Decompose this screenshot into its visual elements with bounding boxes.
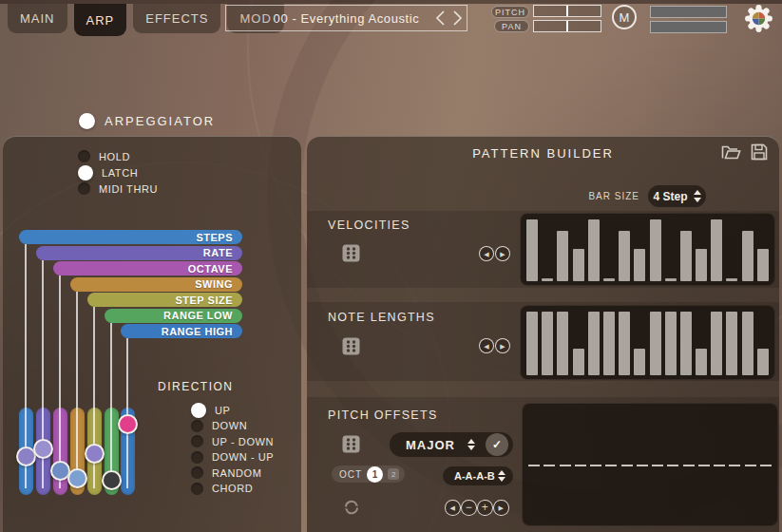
- oct-option-2[interactable]: 2: [388, 468, 399, 480]
- pitch-offset-step[interactable]: [575, 465, 586, 467]
- toggle-hold[interactable]: HOLD: [78, 148, 130, 164]
- velocities-step-graph[interactable]: [521, 214, 774, 285]
- pitch-offsets-randomize-dice-icon[interactable]: [342, 435, 360, 453]
- param-slider-thumb-rate[interactable]: [33, 439, 53, 459]
- note-lengths-randomize-dice-icon[interactable]: [342, 337, 360, 355]
- tab-effects[interactable]: EFFECTS: [133, 4, 220, 33]
- mute-button[interactable]: M: [612, 5, 637, 29]
- pitch-offsets-step-graph[interactable]: [523, 404, 777, 525]
- note-length-step[interactable]: [742, 312, 753, 375]
- pitch-offset-step[interactable]: [605, 465, 617, 467]
- pitch-offset-step[interactable]: [760, 465, 772, 467]
- pitch-offset-step[interactable]: [590, 465, 601, 467]
- velocity-step[interactable]: [603, 278, 615, 281]
- pitch-offset-step[interactable]: [729, 465, 740, 467]
- direction-option-down[interactable]: DOWN: [191, 418, 247, 434]
- velocity-step[interactable]: [650, 219, 661, 281]
- velocity-step[interactable]: [665, 278, 677, 281]
- note-length-step[interactable]: [665, 312, 677, 375]
- param-slider-thumb-range-low[interactable]: [102, 470, 122, 490]
- note-length-step[interactable]: [680, 312, 692, 375]
- velocity-step[interactable]: [619, 231, 630, 281]
- pitch-offset-step[interactable]: [621, 465, 633, 467]
- velocity-step[interactable]: [557, 231, 568, 281]
- velocity-step[interactable]: [726, 278, 737, 281]
- direction-radio-random[interactable]: [191, 466, 203, 479]
- direction-radio-down[interactable]: [191, 420, 203, 432]
- velocities-shift-left-button[interactable]: ◀: [479, 246, 494, 261]
- note-length-step[interactable]: [711, 312, 722, 375]
- velocity-step[interactable]: [696, 249, 707, 281]
- note-length-step[interactable]: [726, 312, 737, 375]
- pitch-offset-step[interactable]: [745, 465, 756, 467]
- reset-refresh-icon[interactable]: [343, 499, 360, 516]
- direction-radio-up[interactable]: [191, 403, 206, 418]
- pan-slider[interactable]: [533, 20, 601, 32]
- param-slider-thumb-range-high[interactable]: [118, 414, 138, 434]
- note-length-step[interactable]: [696, 349, 707, 375]
- note-length-step[interactable]: [573, 349, 584, 375]
- toggle-circle-midi-thru[interactable]: [78, 182, 90, 195]
- octave-selector[interactable]: OCT 1 2: [332, 466, 405, 483]
- pitch-increment-button[interactable]: +: [477, 500, 493, 516]
- note-length-step[interactable]: [634, 349, 645, 375]
- preset-selector[interactable]: 00 - Everything Acoustic: [225, 5, 467, 31]
- direction-radio-chord[interactable]: [191, 483, 203, 495]
- velocity-step[interactable]: [526, 219, 538, 281]
- note-length-step[interactable]: [557, 312, 568, 375]
- param-slider-thumb-swing[interactable]: [67, 468, 87, 488]
- toggle-circle-hold[interactable]: [78, 150, 90, 162]
- toggle-circle-latch[interactable]: [78, 165, 93, 180]
- note-lengths-shift-left-button[interactable]: ◀: [479, 338, 494, 353]
- velocity-step[interactable]: [711, 219, 722, 281]
- note-length-step[interactable]: [588, 312, 600, 375]
- direction-radio-down-up[interactable]: [191, 451, 203, 464]
- pitch-offset-step[interactable]: [560, 465, 571, 467]
- pitch-offset-step[interactable]: [683, 465, 695, 467]
- tab-main[interactable]: MAIN: [8, 4, 67, 33]
- pitch-offset-step[interactable]: [528, 465, 540, 467]
- pitch-shift-right-button[interactable]: ▶: [493, 500, 509, 516]
- apply-scale-check-button[interactable]: ✓: [486, 433, 508, 456]
- note-length-step[interactable]: [619, 312, 630, 375]
- pitch-offset-step[interactable]: [714, 465, 725, 467]
- pitch-offset-step[interactable]: [698, 465, 710, 467]
- velocity-step[interactable]: [573, 249, 584, 281]
- note-length-step[interactable]: [757, 349, 769, 375]
- direction-option-random[interactable]: RANDOM: [191, 465, 262, 481]
- velocity-step[interactable]: [757, 249, 769, 281]
- velocity-step[interactable]: [588, 219, 600, 281]
- scale-spinner-icon[interactable]: [467, 439, 475, 451]
- pitch-offset-step[interactable]: [667, 465, 678, 467]
- direction-option-down-up[interactable]: DOWN - UP: [191, 449, 274, 466]
- pitch-offset-step[interactable]: [637, 465, 648, 467]
- pitch-shift-left-button[interactable]: ◀: [445, 500, 461, 516]
- note-lengths-step-graph[interactable]: [521, 306, 774, 379]
- toggle-midi-thru[interactable]: MIDI THRU: [78, 180, 158, 197]
- velocity-step[interactable]: [634, 249, 645, 281]
- arpeggiator-toggle-circle[interactable]: [79, 113, 95, 129]
- velocity-step[interactable]: [742, 231, 753, 281]
- note-length-step[interactable]: [603, 312, 615, 375]
- note-length-step[interactable]: [526, 312, 538, 375]
- settings-gear-icon[interactable]: [743, 3, 774, 34]
- variation-dropdown[interactable]: A-A-A-B: [443, 466, 513, 485]
- direction-option-chord[interactable]: CHORD: [191, 481, 253, 497]
- param-slider-thumb-step-size[interactable]: [85, 444, 105, 464]
- note-lengths-shift-right-button[interactable]: ▶: [495, 338, 510, 353]
- arpeggiator-toggle[interactable]: ARPEGGIATOR: [79, 113, 215, 129]
- pitch-slider-handle[interactable]: [566, 6, 568, 16]
- pitch-decrement-button[interactable]: −: [461, 500, 477, 516]
- tab-arp[interactable]: ARP: [74, 4, 127, 36]
- velocities-shift-right-button[interactable]: ▶: [495, 246, 510, 261]
- variation-spinner-icon[interactable]: [498, 470, 505, 483]
- bar-size-spinner-icon[interactable]: [694, 190, 701, 202]
- velocity-step[interactable]: [680, 231, 692, 281]
- pitch-offset-step[interactable]: [544, 465, 555, 467]
- velocities-randomize-dice-icon[interactable]: [342, 244, 360, 262]
- load-pattern-folder-icon[interactable]: [721, 143, 741, 161]
- velocity-step[interactable]: [542, 278, 553, 281]
- preset-next-icon[interactable]: [450, 10, 464, 27]
- direction-option-up[interactable]: UP: [191, 402, 230, 418]
- direction-radio-up-down[interactable]: [191, 435, 203, 447]
